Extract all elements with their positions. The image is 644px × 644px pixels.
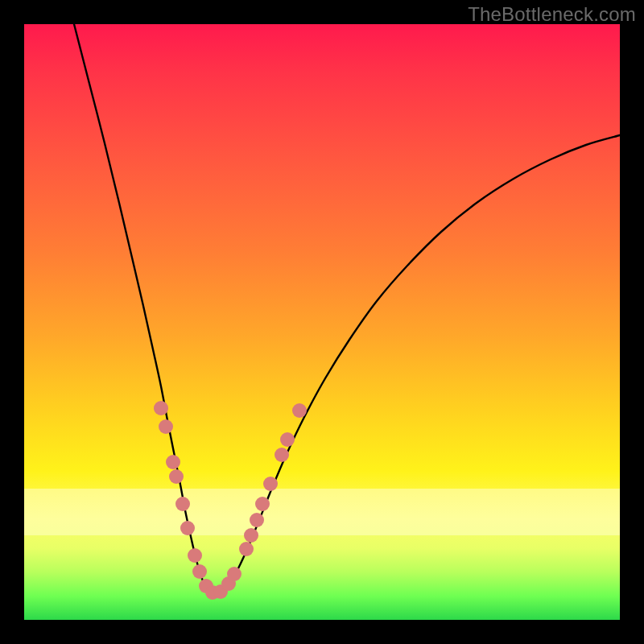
highlight-dot [192, 564, 207, 579]
curve-svg [24, 24, 620, 620]
bottleneck-curve [74, 24, 620, 595]
highlight-dot [250, 513, 264, 527]
highlight-dot [255, 497, 270, 511]
highlight-dot [180, 521, 195, 535]
highlight-dot [188, 548, 202, 563]
highlight-dot [175, 497, 190, 511]
highlight-dot [227, 567, 242, 581]
highlight-dots-group [154, 401, 307, 600]
highlight-dot [239, 542, 254, 556]
highlight-dot [280, 432, 295, 447]
highlight-dot [292, 403, 307, 418]
highlight-dot [275, 448, 289, 462]
highlight-dot [166, 455, 180, 469]
highlight-dot [159, 419, 173, 434]
highlight-dot [154, 401, 168, 415]
highlight-dot [263, 477, 278, 491]
highlight-dot [169, 469, 184, 484]
plot-area [24, 24, 620, 620]
chart-frame: TheBottleneck.com [0, 0, 644, 644]
highlight-dot [244, 528, 258, 543]
watermark-text: TheBottleneck.com [468, 3, 636, 26]
